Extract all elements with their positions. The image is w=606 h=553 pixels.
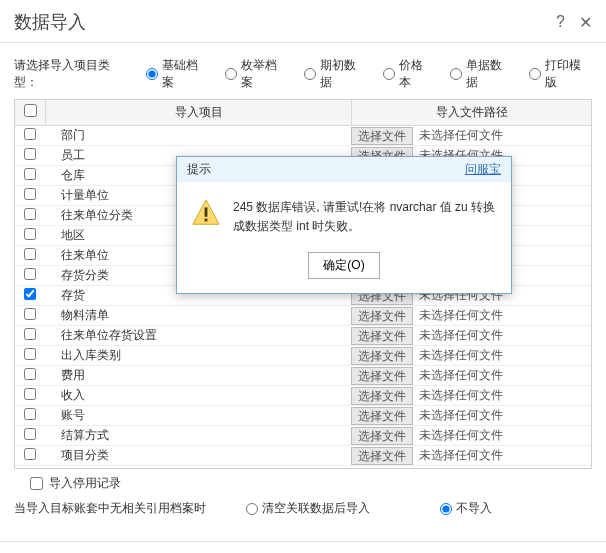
footer-options: 导入停用记录 — [0, 469, 606, 496]
modal-titlebar: 提示 问服宝 — [177, 157, 511, 182]
ref-radio-input[interactable] — [246, 503, 258, 515]
row-item-name: 往来单位存货设置 — [45, 327, 351, 344]
type-radio-1[interactable]: 枚举档案 — [225, 57, 288, 91]
row-checkbox[interactable] — [24, 288, 36, 300]
ref-radio-input[interactable] — [440, 503, 452, 515]
row-checkbox[interactable] — [24, 128, 36, 140]
table-row: 出入库类别选择文件未选择任何文件 — [15, 346, 591, 366]
type-radio-4[interactable]: 单据数据 — [450, 57, 513, 91]
svg-rect-0 — [205, 207, 208, 216]
select-file-button[interactable]: 选择文件 — [351, 387, 413, 405]
type-radio-input[interactable] — [450, 68, 462, 80]
file-status: 未选择任何文件 — [413, 407, 503, 424]
table-row: 物料清单选择文件未选择任何文件 — [15, 306, 591, 326]
select-file-button[interactable]: 选择文件 — [351, 127, 413, 145]
type-radio-label: 打印模版 — [545, 57, 592, 91]
ref-label: 当导入目标账套中无相关引用档案时 — [14, 500, 206, 517]
row-checkbox[interactable] — [24, 248, 36, 260]
file-status: 未选择任何文件 — [413, 427, 503, 444]
row-item-name: 费用 — [45, 367, 351, 384]
row-item-name: 部门 — [45, 127, 351, 144]
row-checkbox[interactable] — [24, 308, 36, 320]
modal-ok-button[interactable]: 确定(O) — [308, 252, 379, 279]
type-label: 请选择导入项目类型： — [14, 57, 132, 91]
import-disabled-label: 导入停用记录 — [49, 475, 121, 492]
row-checkbox[interactable] — [24, 188, 36, 200]
type-radio-input[interactable] — [146, 68, 158, 80]
file-status: 未选择任何文件 — [413, 327, 503, 344]
type-radio-group: 基础档案枚举档案期初数据价格本单据数据打印模版 — [146, 57, 592, 91]
error-modal: 提示 问服宝 245 数据库错误, 请重试!在将 nvarchar 值 zu 转… — [176, 156, 512, 294]
type-radio-5[interactable]: 打印模版 — [529, 57, 592, 91]
select-file-button[interactable]: 选择文件 — [351, 427, 413, 445]
table-row: 结算方式选择文件未选择任何文件 — [15, 426, 591, 446]
table-row: 费用选择文件未选择任何文件 — [15, 366, 591, 386]
row-checkbox[interactable] — [24, 448, 36, 460]
dialog-footer: 确定 取消 — [0, 542, 606, 553]
row-item-name: 收入 — [45, 387, 351, 404]
row-checkbox[interactable] — [24, 208, 36, 220]
row-checkbox[interactable] — [24, 268, 36, 280]
dialog-title: 数据导入 — [14, 10, 86, 34]
table-row: 账号选择文件未选择任何文件 — [15, 406, 591, 426]
file-status: 未选择任何文件 — [413, 347, 503, 364]
row-checkbox[interactable] — [24, 168, 36, 180]
titlebar: 数据导入 ? ✕ — [0, 0, 606, 42]
table-row: 收入选择文件未选择任何文件 — [15, 386, 591, 406]
type-radio-input[interactable] — [225, 68, 237, 80]
row-checkbox[interactable] — [24, 348, 36, 360]
table-row: 往来单位存货设置选择文件未选择任何文件 — [15, 326, 591, 346]
type-radio-3[interactable]: 价格本 — [383, 57, 434, 91]
type-radio-2[interactable]: 期初数据 — [304, 57, 367, 91]
select-file-button[interactable]: 选择文件 — [351, 447, 413, 465]
row-checkbox[interactable] — [24, 408, 36, 420]
type-radio-input[interactable] — [304, 68, 316, 80]
ref-radio-label: 清空关联数据后导入 — [262, 500, 370, 517]
type-radio-input[interactable] — [383, 68, 395, 80]
select-file-button[interactable]: 选择文件 — [351, 327, 413, 345]
row-checkbox[interactable] — [24, 328, 36, 340]
type-radio-label: 期初数据 — [320, 57, 367, 91]
header-path: 导入文件路径 — [351, 100, 591, 125]
help-icon[interactable]: ? — [556, 13, 565, 31]
import-disabled-option[interactable]: 导入停用记录 — [30, 475, 592, 492]
row-item-name: 账号 — [45, 407, 351, 424]
row-checkbox[interactable] — [24, 228, 36, 240]
row-checkbox[interactable] — [24, 388, 36, 400]
file-status: 未选择任何文件 — [413, 127, 503, 144]
file-status: 未选择任何文件 — [413, 307, 503, 324]
divider — [0, 42, 606, 43]
warning-icon — [191, 198, 221, 236]
type-radio-0[interactable]: 基础档案 — [146, 57, 209, 91]
svg-rect-1 — [205, 219, 208, 222]
type-radio-input[interactable] — [529, 68, 541, 80]
row-item-name: 物料清单 — [45, 307, 351, 324]
header-item: 导入项目 — [45, 100, 351, 125]
ref-radio-group: 清空关联数据后导入不导入 — [246, 500, 492, 517]
ref-radio-0[interactable]: 清空关联数据后导入 — [246, 500, 370, 517]
type-radio-label: 价格本 — [399, 57, 434, 91]
select-file-button[interactable]: 选择文件 — [351, 347, 413, 365]
file-status: 未选择任何文件 — [413, 447, 503, 464]
type-radio-label: 单据数据 — [466, 57, 513, 91]
ref-option-row: 当导入目标账套中无相关引用档案时 清空关联数据后导入不导入 — [0, 496, 606, 521]
select-all-checkbox[interactable] — [24, 104, 37, 117]
modal-title-text: 提示 — [187, 161, 211, 178]
type-radio-label: 基础档案 — [162, 57, 209, 91]
modal-body: 245 数据库错误, 请重试!在将 nvarchar 值 zu 转换成数据类型 … — [177, 182, 511, 246]
modal-help-link[interactable]: 问服宝 — [465, 161, 501, 178]
select-file-button[interactable]: 选择文件 — [351, 407, 413, 425]
type-radio-label: 枚举档案 — [241, 57, 288, 91]
select-file-button[interactable]: 选择文件 — [351, 367, 413, 385]
import-disabled-checkbox[interactable] — [30, 477, 43, 490]
row-checkbox[interactable] — [24, 428, 36, 440]
row-item-name: 出入库类别 — [45, 347, 351, 364]
type-selector-row: 请选择导入项目类型： 基础档案枚举档案期初数据价格本单据数据打印模版 — [0, 53, 606, 99]
row-checkbox[interactable] — [24, 368, 36, 380]
modal-footer: 确定(O) — [177, 246, 511, 293]
close-icon[interactable]: ✕ — [579, 13, 592, 32]
ref-radio-label: 不导入 — [456, 500, 492, 517]
select-file-button[interactable]: 选择文件 — [351, 307, 413, 325]
row-checkbox[interactable] — [24, 148, 36, 160]
ref-radio-1[interactable]: 不导入 — [440, 500, 492, 517]
